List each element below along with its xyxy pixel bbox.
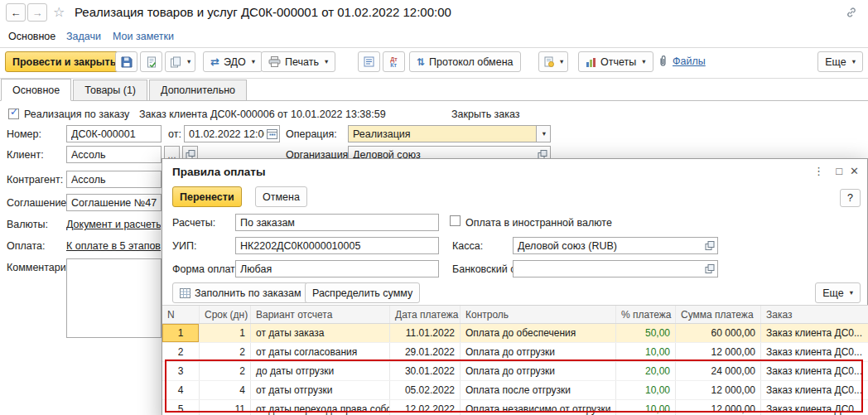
col-days[interactable]: Срок (дн) [200,306,251,323]
nav-tab-tasks[interactable]: Задачи [66,31,101,42]
cell-n[interactable]: 3 [162,362,200,380]
post-document-button[interactable] [140,51,162,72]
get-link-icon[interactable] [845,6,858,22]
cell-percent[interactable]: 10,00 [616,400,676,415]
cell-percent[interactable]: 10,00 [616,343,676,361]
cell-sum[interactable]: 12 000,00 [676,381,761,399]
cell-sum[interactable]: 24 000,00 [676,362,761,380]
toolbar-more-button[interactable]: Еще ▾ [817,51,863,72]
col-order[interactable]: Заказ [761,306,868,323]
order-checkbox[interactable]: ✓ [8,109,19,119]
cell-control[interactable]: Оплата после отгрузки [461,381,616,399]
transfer-button[interactable]: Перенести [172,186,242,207]
dtkt-postings-button[interactable]: Дт Кт [383,51,405,72]
cell-order[interactable]: Заказ клиента ДС0... [761,324,868,342]
distribute-sum-button[interactable]: Распределить сумму [305,282,420,303]
edo-button[interactable]: ⇄ ЭДО ▾ [203,51,263,72]
cell-sum[interactable]: 60 000,00 [676,324,761,342]
cell-n[interactable]: 5 [162,400,200,415]
cell-date[interactable]: 12.02.2022 [390,400,461,415]
cell-variant[interactable]: до даты отгрузки [251,362,390,380]
cell-percent[interactable]: 10,00 [616,381,676,399]
col-percent[interactable]: % платежа [616,306,676,323]
cell-sum[interactable]: 12 000,00 [676,343,761,361]
cell-days[interactable]: 4 [200,381,251,399]
col-date[interactable]: Дата платежа [390,306,461,323]
print-button[interactable]: Печать ▾ [261,51,335,72]
nav-tab-notes[interactable]: Мои заметки [113,31,174,42]
chevron-down-icon[interactable]: ▾ [536,126,550,142]
bank-account-field[interactable] [513,260,718,277]
cell-control[interactable]: Оплата независимо от отгрузки [461,400,616,415]
cell-order[interactable]: Заказ клиента ДС0... [761,400,868,415]
kassa-field[interactable]: Деловой союз (RUB) [513,237,718,254]
tab-goods[interactable]: Товары (1) [73,80,147,100]
cell-control[interactable]: Оплата до отгрузки [461,343,616,361]
contragent-field[interactable]: Ассоль [66,171,162,188]
date-field[interactable]: 01.02.2022 12:00:00 [184,125,280,142]
cell-order[interactable]: Заказ клиента ДС0... [761,343,868,361]
payment-row[interactable]: 3 2 до даты отгрузки 30.01.2022 Оплата д… [162,362,868,381]
calendar-icon[interactable] [264,126,279,142]
cell-order[interactable]: Заказ клиента ДС0... [761,381,868,399]
dialog-close-icon[interactable]: ✕ [850,165,859,177]
cell-date[interactable]: 29.01.2022 [390,343,461,361]
cell-days[interactable]: 2 [200,362,251,380]
back-button[interactable]: ← [6,3,26,22]
col-sum[interactable]: Сумма платежа [676,306,761,323]
cell-n[interactable]: 4 [162,381,200,399]
cell-days[interactable]: 11 [200,400,251,415]
kassa-open-icon[interactable] [702,238,717,253]
cell-date[interactable]: 11.01.2022 [390,324,461,342]
cancel-button[interactable]: Отмена [255,186,307,207]
cell-percent[interactable]: 50,00 [616,324,676,342]
customer-order-link[interactable]: Заказ клиента ДС0К-000006 от 10.01.2022 … [139,109,386,120]
cell-days[interactable]: 2 [200,343,251,361]
cell-variant[interactable]: от даты перехода права собст... [251,400,390,415]
cell-order[interactable]: Заказ клиента ДС0... [761,362,868,380]
help-button[interactable]: ? [840,189,861,207]
cell-sum[interactable]: 12 000,00 [676,400,761,415]
document-register-button[interactable] [358,51,380,72]
bank-account-open-icon[interactable] [702,261,717,277]
cell-days[interactable]: 1 [200,324,251,342]
payment-form-field[interactable]: Любая [235,260,439,277]
dialog-maximize-icon[interactable]: □ [836,165,842,177]
cell-variant[interactable]: от даты отгрузки [251,381,390,399]
comment-textarea[interactable] [66,258,162,338]
payment-row[interactable]: 2 2 от даты согласования 29.01.2022 Опла… [162,343,868,362]
cell-variant[interactable]: от даты заказа [251,324,390,342]
dialog-more-button[interactable]: Еще ▾ [815,282,861,303]
save-button[interactable] [115,51,137,72]
fill-by-orders-button[interactable]: Заполнить по заказам [172,282,309,303]
cell-variant[interactable]: от даты согласования [251,343,390,361]
close-order-link[interactable]: Закрыть заказ [451,109,520,120]
payment-row[interactable]: 5 11 от даты перехода права собст... 12.… [162,400,868,415]
cell-control[interactable]: Оплата до отгрузки [461,362,616,380]
col-control[interactable]: Контроль [461,306,616,323]
uip-field[interactable]: НК2202ДС0К0000010005 [235,237,439,254]
reports-button[interactable]: Отчеты ▾ [578,51,653,72]
cell-date[interactable]: 05.02.2022 [390,381,461,399]
col-variant[interactable]: Вариант отсчета [251,306,390,323]
operation-combo[interactable]: Реализация ▾ [348,125,551,142]
tab-main[interactable]: Основное [1,79,71,101]
payment-stages-link[interactable]: К оплате в 5 этапов [66,240,161,252]
exchange-protocol-button[interactable]: ⇅ Протокол обмена [409,51,521,72]
currency-settings-link[interactable]: Документ и расчеты: [66,219,161,230]
cell-date[interactable]: 30.01.2022 [390,362,461,380]
nav-tab-main[interactable]: Основное [8,31,55,42]
files-link[interactable]: Файлы [673,55,706,67]
dialog-more-icon[interactable]: ⋮ [813,165,824,177]
cell-n[interactable]: 2 [162,343,200,361]
payment-row[interactable]: 4 4 от даты отгрузки 05.02.2022 Оплата п… [162,381,868,400]
payment-row[interactable]: 1 1 от даты заказа 11.01.2022 Оплата до … [162,324,868,343]
cell-percent[interactable]: 20,00 [616,362,676,380]
post-and-close-button[interactable]: Провести и закрыть [5,51,123,72]
agreement-field[interactable]: Соглашение №47 [66,194,162,211]
foreign-currency-checkbox[interactable] [450,215,461,226]
cell-control[interactable]: Оплата до обеспечения [461,324,616,342]
cell-n[interactable]: 1 [162,324,200,342]
client-field[interactable]: Ассоль [66,146,162,163]
create-based-on-button[interactable]: ▾ [538,51,568,72]
